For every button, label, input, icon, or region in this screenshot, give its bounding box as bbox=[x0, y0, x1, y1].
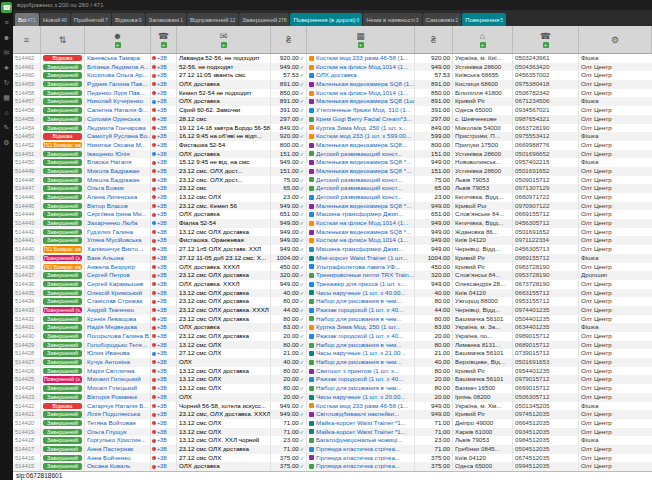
status-cell[interactable]: Завершений bbox=[41, 167, 85, 176]
client-name[interactable]: Сергей Карамышев bbox=[85, 280, 151, 289]
comment-cell[interactable]: ОЛХ bbox=[177, 358, 271, 367]
call-cell[interactable]: +ЗВ bbox=[151, 349, 177, 358]
client-name[interactable]: Іващенко Юлія bbox=[85, 150, 151, 159]
phone-number[interactable]: 0971307129 bbox=[513, 184, 579, 193]
status-cell[interactable]: ПО Возврат ож. bbox=[41, 263, 85, 272]
status-cell[interactable]: Повернений (з. bbox=[41, 254, 85, 263]
table-row[interactable]: 514428ЗавершенийЮлия Иванова+ЗВ27.12 смс… bbox=[13, 349, 652, 358]
table-row[interactable]: 514433Повернений (з.Андрій Ткаченко+ЗВ23… bbox=[13, 306, 652, 315]
comment-cell[interactable]: 23.12 смс ОЛХ доставка bbox=[177, 332, 271, 341]
table-row[interactable]: 514418ЗавершенийГоргулько Христин...+ЗВ1… bbox=[13, 436, 652, 445]
client-name[interactable]: Сатарчук Наталія Б... bbox=[85, 402, 151, 411]
table-row[interactable]: 514453ВідмоваСамотуй Руслана Во...+ЗВ16.… bbox=[13, 132, 652, 141]
product-cell[interactable]: Куртка Зима Мод. 250 (1 шт... bbox=[307, 323, 415, 332]
status-cell[interactable]: Завершений bbox=[41, 393, 85, 402]
call-cell[interactable]: +ЗВ bbox=[151, 428, 177, 437]
call-cell[interactable]: +ЗВ bbox=[151, 71, 177, 80]
status-cell[interactable]: Завершений bbox=[41, 228, 85, 237]
call-cell[interactable]: +ЗВ bbox=[151, 184, 177, 193]
product-cell[interactable]: Рюкзак городской (1 шт. х 40... bbox=[307, 332, 415, 341]
table-row[interactable]: 514435ЗавершенийОлексій Кримський+ЗВ13.1… bbox=[13, 289, 652, 298]
status-cell[interactable]: Завершений bbox=[41, 63, 85, 72]
table-row[interactable]: 514451ЗавершенийІващенко Юлія+ЗВОЛХ дост… bbox=[13, 150, 652, 159]
table-row[interactable]: 514432ЗавершенийКсенія Леващова+ЗВ23.12 … bbox=[13, 315, 652, 324]
call-link[interactable]: +ЗВ bbox=[157, 289, 167, 298]
call-link[interactable]: +ЗВ bbox=[157, 428, 167, 437]
call-cell[interactable]: +ЗВ bbox=[151, 89, 177, 98]
call-link[interactable]: +ЗВ bbox=[157, 384, 167, 393]
client-name[interactable]: Віктор Власов bbox=[85, 202, 151, 211]
call-link[interactable]: +ЗВ bbox=[157, 132, 167, 141]
product-cell[interactable]: Тренажер для пресса (1 шт. х... bbox=[307, 280, 415, 289]
product-cell[interactable]: Костюм мод 233 разм.46-58 (1... bbox=[307, 54, 415, 63]
status-cell[interactable]: Завершений bbox=[41, 332, 85, 341]
call-link[interactable]: +ЗВ bbox=[157, 54, 167, 63]
client-name[interactable]: Косилова Ольга Ар... bbox=[85, 71, 151, 80]
call-cell[interactable]: +ЗВ bbox=[151, 410, 177, 419]
call-cell[interactable]: +ЗВ bbox=[151, 445, 177, 454]
comment-cell[interactable]: 13.12 смс ОЛХ bbox=[177, 428, 271, 437]
client-name[interactable]: Станіслав Стрижак bbox=[85, 297, 151, 306]
table-row[interactable]: 514424ЗавершенийМихаіл Гілецький+ЗВ13.12… bbox=[13, 384, 652, 393]
client-name[interactable]: Ольга Глущук bbox=[85, 428, 151, 437]
client-name[interactable]: Банк Альона bbox=[85, 254, 151, 263]
comment-cell[interactable]: 27.12 смс ОЛХ bbox=[177, 454, 271, 463]
call-cell[interactable]: +ЗВ bbox=[151, 263, 177, 272]
status-cell[interactable]: Завершений bbox=[41, 150, 85, 159]
comment-cell[interactable]: ОЛХ доставка bbox=[177, 80, 271, 89]
status-cell[interactable]: Відмова bbox=[41, 54, 85, 63]
phone-number[interactable]: 0660971722 bbox=[513, 193, 579, 202]
status-cell[interactable]: Повернений (з. bbox=[41, 306, 85, 315]
call-link[interactable]: +ЗВ bbox=[157, 358, 167, 367]
phone-number[interactable]: 0664512035 bbox=[513, 419, 579, 428]
tab-pickup[interactable]: Самовивіз2 bbox=[423, 13, 462, 26]
client-name[interactable]: Анна Бойченко bbox=[85, 454, 151, 463]
product-cell[interactable]: Часы наручные (1 шт. х 21.00... bbox=[307, 349, 415, 358]
phone-number[interactable]: 0954401235 bbox=[513, 367, 579, 376]
call-cell[interactable]: +ЗВ bbox=[151, 150, 177, 159]
table-row[interactable]: 514425Повернений (з.Михаил Гилецький+ЗВ1… bbox=[13, 375, 652, 384]
client-name[interactable]: Рудник Галина Пав... bbox=[85, 80, 151, 89]
table-row[interactable]: 514430ЗавершенийПогорєлова Галина В...+З… bbox=[13, 332, 652, 341]
product-cell[interactable]: Маленькая видеокамера SQ8 *... bbox=[307, 167, 415, 176]
phone-number[interactable]: 0984512035 bbox=[513, 436, 579, 445]
product-cell[interactable]: Детский развивающий конст... bbox=[307, 176, 415, 185]
phone-number[interactable]: 0504512035 bbox=[513, 445, 579, 454]
call-link[interactable]: +ЗВ bbox=[157, 124, 167, 133]
call-link[interactable]: +ЗВ bbox=[157, 436, 167, 445]
call-link[interactable]: +ЗВ bbox=[157, 89, 167, 98]
tab-completed[interactable]: Завершений278 bbox=[239, 13, 289, 26]
status-cell[interactable]: Завершений bbox=[41, 367, 85, 376]
comment-cell[interactable]: 28.12 смс bbox=[177, 115, 271, 124]
product-cell[interactable]: Світловідбиваючі наклейки... bbox=[307, 410, 415, 419]
status-cell[interactable]: Завершений bbox=[41, 236, 85, 245]
status-cell[interactable]: Повернений (з. bbox=[41, 375, 85, 384]
comment-cell[interactable]: Кемел 52-54 не подходит bbox=[177, 89, 271, 98]
favorites-icon[interactable]: ★ bbox=[1, 62, 12, 73]
table-row[interactable]: 514436ЗавершенийСергей Карамышев+ЗВОЛХ д… bbox=[13, 280, 652, 289]
column-product[interactable]: ▦+ bbox=[307, 26, 415, 53]
call-link[interactable]: +ЗВ bbox=[157, 158, 167, 167]
call-cell[interactable]: +ЗВ bbox=[151, 124, 177, 133]
status-cell[interactable]: Завершений bbox=[41, 349, 85, 358]
table-row[interactable]: 514457ЗавершенийНиколай Кучеренко+ЗВОЛХ … bbox=[13, 97, 652, 106]
comment-cell[interactable]: 16.12 9:45 на об'яві не відп... bbox=[177, 132, 271, 141]
product-cell[interactable]: Набор для рисования в чем... bbox=[307, 341, 415, 350]
phone-number[interactable]: 0975553412 bbox=[513, 132, 579, 141]
call-cell[interactable]: +ЗВ bbox=[151, 436, 177, 445]
call-cell[interactable]: +ЗВ bbox=[151, 454, 177, 463]
table-row[interactable]: 514421ЗавершенийЛілія Подолянська+ЗВ23.1… bbox=[13, 410, 652, 419]
product-cell[interactable]: Набор для рисования в чем... bbox=[307, 384, 415, 393]
filter-add-icon[interactable]: + bbox=[358, 42, 364, 48]
table-row[interactable]: 514461ЗавершенийБлізнюк Людмила А...+ЗВ5… bbox=[13, 63, 652, 72]
comment-cell[interactable]: 27.12 смс ОЛХ bbox=[177, 349, 271, 358]
call-link[interactable]: +ЗВ bbox=[157, 349, 167, 358]
product-cell[interactable]: Свитшот з принтом (1 шт. х... bbox=[307, 367, 415, 376]
status-cell[interactable]: Завершений bbox=[41, 124, 85, 133]
client-name[interactable]: Блізнюк Людмила А... bbox=[85, 63, 151, 72]
call-cell[interactable]: +ЗВ bbox=[151, 315, 177, 324]
table-row[interactable]: 514434ЗавершенийСтаніслав Стрижак+ЗВ23.1… bbox=[13, 297, 652, 306]
filter-add-icon[interactable]: + bbox=[115, 42, 121, 48]
client-name[interactable]: Алена Липенська bbox=[85, 193, 151, 202]
column-payment[interactable]: ₴ bbox=[271, 26, 307, 53]
